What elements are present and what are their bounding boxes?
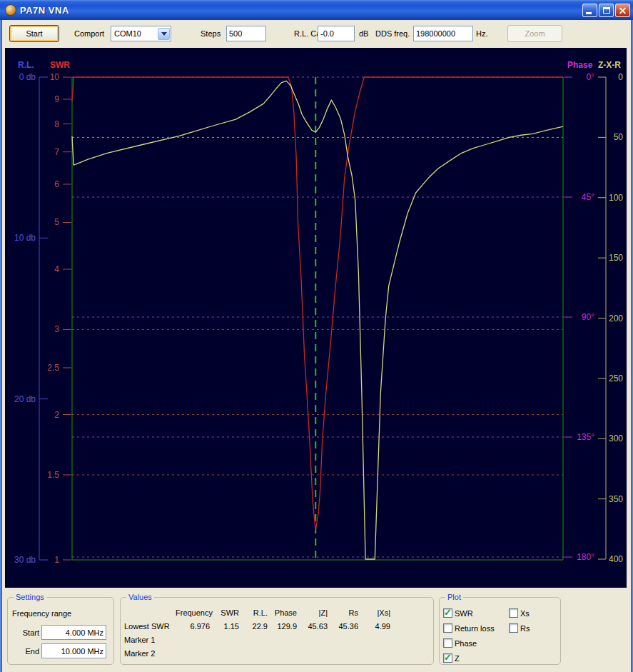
values-cell: 6.976 [176,622,211,631]
swr-curve [72,77,563,531]
values-cell: 45.63 [298,622,329,631]
plot-groupbox: Plot SWRReturn lossPhaseZXsRs [439,597,561,665]
comport-label: Comport [74,29,104,39]
swr-tick-label: 2.5 [47,363,59,373]
minimize-icon [586,12,592,14]
title-bar: PA7N VNA [0,0,633,20]
values-row-label: Marker 1 [124,636,176,644]
values-header: |Z| [298,608,329,617]
swr-tick-label: 9 [54,94,59,104]
end-frequency-input[interactable] [41,643,106,658]
settings-title: Settings [14,593,46,601]
hz-unit-label: Hz. [476,29,488,39]
values-cell: 1.15 [211,622,240,631]
checkbox-label: Z [455,654,460,663]
z-curve [72,81,563,559]
checkbox-label: Rs [520,624,530,633]
values-header: R.L. [240,608,269,617]
checkbox-swr[interactable] [443,608,452,618]
start-label: Start [11,628,39,637]
swr-tick-label: 6 [54,179,59,189]
checkbox-xs[interactable] [509,608,518,618]
values-header: Rs [329,608,360,617]
plot-canvas: R.L.SWRPhaseZ-X-R0 db10 db20 db30 db1098… [5,48,627,588]
swr-tick-label: 5 [54,217,59,227]
swr-tick-label: 8 [54,119,59,129]
checkbox-label: SWR [455,609,473,618]
z-tick-label: 200 [609,314,623,324]
z-tick-label: 400 [609,554,623,564]
swr-tick-label: 1 [54,555,59,565]
start-frequency-input[interactable] [41,625,106,640]
z-tick-label: 0 [618,72,623,82]
checkbox-rs[interactable] [509,623,518,633]
values-title: Values [126,593,154,601]
close-button[interactable] [615,4,630,17]
values-row-label: Marker 2 [124,649,176,658]
comport-select[interactable]: COM10 [111,26,171,41]
maximize-button[interactable] [599,4,614,17]
swr-tick-label: 7 [54,147,59,157]
phase-tick-label: 0° [587,72,595,82]
rl-tick-label: 10 db [14,233,36,243]
plot-panel: R.L.SWRPhaseZ-X-R0 db10 db20 db30 db1098… [5,48,627,588]
steps-input[interactable] [226,26,266,41]
swr-tick-label: 4 [54,264,59,274]
checkbox-item-phase: Phase [443,638,477,648]
swr-tick-label: 10 [50,72,60,82]
z-tick-label: 250 [609,373,623,383]
rl-tick-label: 20 db [14,394,36,404]
z-tick-label: 350 [609,494,623,504]
checkbox-item-z: Z [443,653,460,663]
phase-axis-header: Phase [567,60,593,70]
checkbox-return-loss[interactable] [443,623,452,633]
window-title: PA7N VNA [20,5,69,16]
z-tick-label: 150 [609,253,623,263]
dds-freq-label: DDS freq. [375,29,410,39]
minimize-button[interactable] [582,4,597,17]
values-table: FrequencySWRR.L.Phase|Z|Rs|Xs|Lowest SWR… [124,606,392,660]
values-header: Phase [269,608,298,617]
checkbox-item-return-loss: Return loss [443,623,495,633]
values-row-label: Lowest SWR [124,622,176,631]
checkbox-item-swr: SWR [443,608,473,618]
values-cell: 22.9 [240,622,269,631]
swr-tick-label: 2 [54,410,59,420]
plot-title: Plot [445,593,463,601]
rl-tick-label: 30 db [14,555,36,565]
z-tick-label: 300 [609,433,623,443]
swr-tick-label: 1.5 [47,470,59,480]
app-icon [5,4,16,16]
end-label: End [11,647,39,656]
checkbox-label: Xs [520,609,530,618]
phase-tick-label: 90° [582,312,594,322]
checkbox-label: Phase [455,639,477,648]
window-border-left [0,0,2,672]
swr-axis-header: SWR [50,60,70,70]
settings-groupbox: Settings Frequency range Start End [7,597,114,665]
checkbox-phase[interactable] [443,638,452,648]
frequency-range-label: Frequency range [12,609,71,618]
phase-tick-label: 45° [582,192,594,202]
checkbox-label: Return loss [455,624,495,633]
db-unit-label: dB [359,29,368,39]
zoom-button[interactable]: Zoom [507,25,562,42]
z-tick-label: 100 [609,193,623,203]
comport-value: COM10 [111,29,158,38]
maximize-icon [603,7,610,14]
pa7n-vna-window: { "titlebar": { "title": "PA7N VNA" }, "… [0,0,633,672]
phase-tick-label: 180° [577,552,594,562]
start-button[interactable]: Start [9,25,59,42]
comport-dropdown-button[interactable] [158,28,170,40]
zxr-axis-header: Z-X-R [598,60,621,70]
values-header: |Xs| [360,608,392,617]
steps-label: Steps [201,29,221,39]
phase-tick-label: 135° [577,432,594,442]
z-tick-label: 50 [614,132,624,142]
values-cell: 4.99 [360,622,392,631]
dds-freq-input[interactable] [413,26,473,41]
rlcal-input[interactable] [318,26,355,41]
values-groupbox: Values FrequencySWRR.L.Phase|Z|Rs|Xs|Low… [120,597,434,665]
swr-tick-label: 3 [54,324,59,334]
checkbox-z[interactable] [443,653,452,663]
